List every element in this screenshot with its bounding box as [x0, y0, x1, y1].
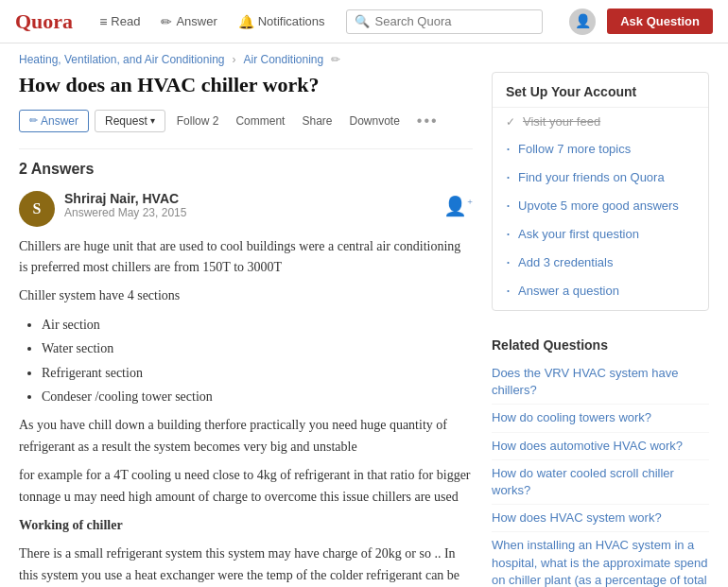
check-icon: ✓	[506, 115, 515, 129]
bullet-icon: ·	[506, 140, 511, 157]
breadcrumb-item-hvac[interactable]: Heating, Ventilation, and Air Conditioni…	[19, 53, 224, 66]
setup-item-link-1[interactable]: Follow 7 more topics	[518, 142, 631, 156]
sidebar: Set Up Your Account ✓ Visit your feed · …	[492, 72, 709, 587]
related-q-0[interactable]: Does the VRV HVAC system have chillers?	[492, 360, 709, 405]
request-button[interactable]: Request ▾	[95, 110, 165, 132]
setup-item-link-2[interactable]: Find your friends on Quora	[518, 170, 665, 184]
setup-item-link-4[interactable]: Ask your first question	[518, 227, 639, 241]
setup-item-4[interactable]: · Ask your first question	[493, 220, 708, 249]
setup-item-1[interactable]: · Follow 7 more topics	[493, 135, 708, 164]
bullet-icon: ·	[506, 168, 511, 185]
breadcrumb: Heating, Ventilation, and Air Conditioni…	[0, 43, 728, 72]
bullet-icon: ·	[506, 197, 511, 214]
list-item: Condeser /cooling tower section	[42, 387, 473, 407]
answer-para-5: Working of chiller	[19, 515, 473, 536]
nav-answer-label: Answer	[176, 14, 217, 28]
author-info: Shriraj Nair, HVAC Answered May 23, 2015	[64, 191, 434, 219]
setup-item-label-0: Visit your feed	[523, 114, 600, 129]
downvote-button[interactable]: Downvote	[343, 111, 405, 131]
answer-list: Air section Water section Refrigerant se…	[42, 315, 473, 408]
answer-para-4: for example for a 4T cooling u need clos…	[19, 465, 473, 508]
main-nav: ≡ Read ✏ Answer 🔔 Notifications	[90, 10, 334, 33]
answer-para-3: As you have chill down a building therfo…	[19, 415, 473, 458]
related-questions-title: Related Questions	[492, 326, 709, 360]
setup-card-title: Set Up Your Account	[493, 73, 708, 108]
list-item: Refrigerant section	[42, 363, 473, 384]
answer-item: S Shriraj Nair, HVAC Answered May 23, 20…	[19, 191, 473, 587]
bell-icon: 🔔	[238, 14, 254, 29]
list-item: Air section	[42, 315, 473, 336]
breadcrumb-item-ac[interactable]: Air Conditioning	[243, 53, 323, 66]
nav-notifications[interactable]: 🔔 Notifications	[229, 10, 335, 33]
header: Quora ≡ Read ✏ Answer 🔔 Notifications 🔍 …	[0, 0, 728, 43]
answer-para-2: Chiller system have 4 sections	[19, 285, 473, 306]
follow-author-icon[interactable]: 👤+	[443, 195, 473, 217]
setup-item-2[interactable]: · Find your friends on Quora	[493, 164, 708, 192]
main-layout: How does an HVAC chiller work? ✏ Answer …	[0, 72, 728, 587]
answer-author-row: S Shriraj Nair, HVAC Answered May 23, 20…	[19, 191, 473, 227]
setup-item-link-5[interactable]: Add 3 credentials	[518, 255, 613, 269]
logo[interactable]: Quora	[15, 9, 73, 34]
bullet-icon: ·	[506, 225, 511, 242]
related-q-4[interactable]: How does HVAC system work?	[492, 505, 709, 532]
setup-item-link-6[interactable]: Answer a question	[518, 284, 619, 298]
search-icon: 🔍	[355, 14, 370, 29]
list-item: Water section	[42, 338, 473, 359]
avatar-icon: 👤	[575, 13, 591, 29]
comment-button[interactable]: Comment	[230, 111, 290, 131]
setup-item-3[interactable]: · Upvote 5 more good answers	[493, 192, 708, 220]
question-title: How does an HVAC chiller work?	[19, 72, 473, 99]
share-button[interactable]: Share	[296, 111, 338, 131]
answer-body: Chillers are huge unit that are used to …	[19, 236, 473, 587]
author-avatar[interactable]: S	[19, 191, 55, 227]
related-questions-section: Related Questions Does the VRV HVAC syst…	[492, 326, 709, 587]
setup-item-0[interactable]: ✓ Visit your feed	[493, 108, 708, 135]
nav-read[interactable]: ≡ Read	[90, 10, 149, 33]
setup-item-5[interactable]: · Add 3 credentials	[493, 249, 708, 277]
setup-account-card: Set Up Your Account ✓ Visit your feed · …	[492, 72, 709, 311]
nav-answer[interactable]: ✏ Answer	[151, 10, 226, 33]
setup-item-6[interactable]: · Answer a question	[493, 277, 708, 310]
divider	[19, 148, 473, 149]
search-input[interactable]	[375, 14, 534, 28]
nav-notifications-label: Notifications	[258, 14, 325, 28]
answers-heading: 2 Answers	[19, 161, 473, 178]
bullet-icon: ·	[506, 282, 511, 299]
answer-para-6: There is a small refrigerant system this…	[19, 544, 473, 587]
author-name[interactable]: Shriraj Nair, HVAC	[64, 191, 434, 206]
ask-question-button[interactable]: Ask Question	[607, 9, 713, 34]
pencil-icon: ✏	[161, 14, 172, 29]
action-bar: ✏ Answer Request ▾ Follow 2 Comment Shar…	[19, 109, 473, 133]
nav-read-label: Read	[111, 14, 140, 28]
breadcrumb-separator: ›	[232, 53, 235, 66]
related-q-5[interactable]: When installing an HVAC system in a hosp…	[492, 532, 709, 587]
pencil-small-icon: ✏	[29, 114, 38, 127]
answer-date: Answered May 23, 2015	[64, 206, 434, 219]
setup-item-link-3[interactable]: Upvote 5 more good answers	[518, 199, 679, 213]
bullet-icon: ·	[506, 253, 511, 270]
more-options-button[interactable]: •••	[411, 109, 444, 133]
related-q-2[interactable]: How does automotive HVAC work?	[492, 433, 709, 460]
answer-button[interactable]: ✏ Answer	[19, 110, 89, 132]
related-q-3[interactable]: How do water cooled scroll chiller works…	[492, 460, 709, 505]
avatar[interactable]: 👤	[569, 9, 596, 35]
chevron-down-icon: ▾	[150, 115, 155, 126]
content-column: How does an HVAC chiller work? ✏ Answer …	[19, 72, 473, 587]
follow-button[interactable]: Follow 2	[171, 111, 225, 131]
edit-breadcrumb-icon[interactable]: ✏	[331, 53, 340, 66]
related-q-1[interactable]: How do cooling towers work?	[492, 405, 709, 432]
answer-para-1: Chillers are huge unit that are used to …	[19, 236, 473, 279]
read-icon: ≡	[99, 14, 107, 29]
search-box: 🔍	[346, 9, 543, 34]
